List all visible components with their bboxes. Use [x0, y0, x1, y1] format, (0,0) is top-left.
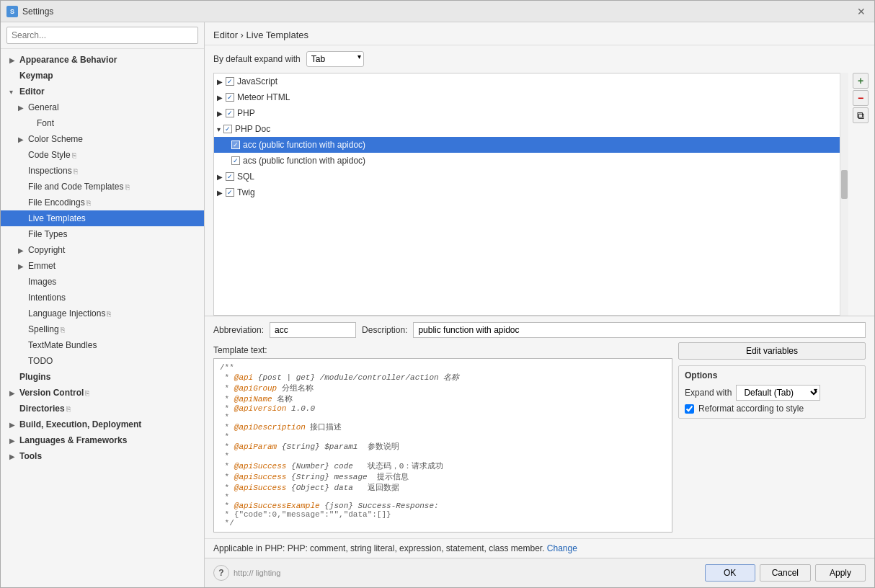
footer: ? http:// lighting OK Cancel Apply [205, 558, 874, 587]
abbreviation-input[interactable] [270, 322, 356, 338]
chevron-right-icon: ▶ [217, 94, 223, 102]
sidebar-item-directories[interactable]: Directories ⎘ [1, 401, 204, 416]
change-link[interactable]: Change [547, 543, 577, 553]
group-checkbox-php[interactable] [226, 109, 234, 117]
edit-variables-button[interactable]: Edit variables [678, 342, 866, 360]
item-checkbox-acc[interactable] [231, 141, 240, 149]
sidebar-item-spelling[interactable]: Spelling ⎘ [1, 321, 204, 337]
sidebar-item-editor[interactable]: ▾ Editor [1, 84, 204, 99]
chevron-right-icon: ▶ [217, 189, 223, 197]
chevron-right-icon: ▶ [18, 104, 28, 112]
sidebar-item-inspections[interactable]: Inspections ⎘ [1, 163, 204, 179]
badge-icon: ⎘ [66, 405, 71, 413]
sidebar-item-code-style[interactable]: Code Style ⎘ [1, 147, 204, 163]
sidebar-item-file-types[interactable]: File Types [1, 226, 204, 242]
scrollbar[interactable] [840, 73, 848, 316]
group-checkbox-sql[interactable] [226, 172, 234, 181]
sidebar-item-font[interactable]: Font [1, 115, 204, 131]
chevron-right-icon: ▶ [9, 56, 19, 64]
expand-select[interactable]: Tab Enter Space [306, 51, 364, 67]
template-item-acc[interactable]: acc (public function with apidoc) [214, 137, 846, 153]
sidebar-item-todo[interactable]: TODO [1, 353, 204, 369]
template-group-phpdoc[interactable]: ▾ PHP Doc [214, 121, 846, 137]
chevron-right-icon: ▶ [9, 421, 19, 429]
expand-with-select-wrapper: Default (Tab) Tab Enter Space [736, 385, 820, 401]
template-group-twig[interactable]: ▶ Twig [214, 184, 846, 200]
expand-with-select[interactable]: Default (Tab) Tab Enter Space [736, 385, 820, 401]
chevron-right-icon: ▶ [217, 110, 223, 117]
group-checkbox-twig[interactable] [226, 188, 234, 197]
badge-icon: ⎘ [85, 389, 89, 397]
remove-template-button[interactable]: − [853, 90, 869, 106]
settings-window: S Settings ✕ ▶ Appearance & Behavior Key… [0, 0, 875, 588]
chevron-right-icon: ▶ [18, 246, 28, 254]
side-buttons: + − ⧉ [850, 73, 874, 316]
sidebar: ▶ Appearance & Behavior Keymap ▾ Editor … [1, 22, 205, 587]
template-group-js[interactable]: ▶ JavaScript [214, 74, 846, 89]
expand-with-label: Expand with [685, 388, 732, 398]
item-checkbox-acs[interactable] [231, 156, 240, 165]
chevron-right-icon: ▶ [217, 78, 223, 86]
chevron-down-icon: ▾ [9, 88, 19, 96]
sidebar-item-languages[interactable]: ▶ Languages & Frameworks [1, 432, 204, 448]
ok-button[interactable]: OK [705, 564, 755, 582]
badge-icon: ⎘ [72, 151, 76, 159]
applicable-row: Applicable in PHP: PHP: comment, string … [205, 538, 874, 558]
group-checkbox-js[interactable] [226, 77, 234, 86]
close-button[interactable]: ✕ [854, 6, 869, 17]
chevron-right-icon: ▶ [9, 437, 19, 445]
template-editor[interactable]: /** * @api {post | get} /module/controll… [213, 358, 672, 533]
sidebar-item-language-injections[interactable]: Language Injections ⎘ [1, 306, 204, 321]
badge-icon: ⎘ [107, 310, 111, 318]
sidebar-item-file-encodings[interactable]: File Encodings ⎘ [1, 195, 204, 210]
sidebar-item-plugins[interactable]: Plugins [1, 369, 204, 385]
panel-header: Editor › Live Templates [205, 22, 874, 45]
add-template-button[interactable]: + [853, 73, 869, 89]
app-icon: S [6, 6, 18, 17]
sidebar-item-appearance[interactable]: ▶ Appearance & Behavior [1, 52, 204, 68]
sidebar-item-copyright[interactable]: ▶ Copyright [1, 242, 204, 258]
group-checkbox-meteor[interactable] [226, 93, 234, 102]
sidebar-item-tools[interactable]: ▶ Tools [1, 448, 204, 464]
search-input[interactable] [6, 27, 198, 44]
template-item-acs[interactable]: acs (public function with apidoc) [214, 153, 846, 169]
scroll-thumb [841, 170, 848, 199]
template-group-php[interactable]: ▶ PHP [214, 105, 846, 121]
copy-template-button[interactable]: ⧉ [853, 107, 869, 123]
template-text-label: Template text: [213, 345, 672, 355]
sidebar-item-color-scheme[interactable]: ▶ Color Scheme [1, 131, 204, 147]
sidebar-item-live-templates[interactable]: Live Templates [1, 210, 204, 226]
breadcrumb: Editor › Live Templates [213, 30, 308, 40]
sidebar-item-build[interactable]: ▶ Build, Execution, Deployment [1, 416, 204, 432]
sidebar-item-emmet[interactable]: ▶ Emmet [1, 258, 204, 274]
reformat-checkbox[interactable] [685, 404, 694, 414]
apply-button[interactable]: Apply [815, 564, 866, 582]
tree-area: ▶ Appearance & Behavior Keymap ▾ Editor … [1, 49, 204, 587]
chevron-right-icon: ▶ [217, 173, 223, 181]
search-box [1, 22, 204, 49]
template-group-sql[interactable]: ▶ SQL [214, 169, 846, 184]
sidebar-item-intentions[interactable]: Intentions [1, 290, 204, 306]
title-bar: S Settings ✕ [1, 1, 874, 22]
expand-select-wrapper: Tab Enter Space [306, 51, 364, 67]
group-checkbox-phpdoc[interactable] [223, 125, 232, 133]
template-text-row: Template text: /** * @api {post | get} /… [213, 342, 866, 533]
sidebar-item-images[interactable]: Images [1, 274, 204, 290]
sidebar-item-file-code-templates[interactable]: File and Code Templates ⎘ [1, 179, 204, 195]
template-group-meteor[interactable]: ▶ Meteor HTML [214, 89, 846, 105]
templates-container: ▶ JavaScript ▶ Meteor HTML ▶ PHP [205, 73, 874, 316]
sidebar-item-general[interactable]: ▶ General [1, 99, 204, 115]
main-panel: Editor › Live Templates By default expan… [205, 22, 874, 587]
sidebar-item-textmate[interactable]: TextMate Bundles [1, 337, 204, 353]
footer-url: http:// lighting [234, 569, 701, 577]
cancel-button[interactable]: Cancel [760, 564, 811, 582]
abbreviation-label: Abbreviation: [213, 325, 264, 335]
chevron-right-icon: ▶ [18, 135, 28, 143]
expand-label: By default expand with [213, 54, 301, 64]
sidebar-item-version-control[interactable]: ▶ Version Control ⎘ [1, 385, 204, 401]
sidebar-item-keymap[interactable]: Keymap [1, 68, 204, 84]
reformat-row: Reformat according to style [685, 404, 859, 414]
options-title: Options [685, 370, 859, 380]
description-input[interactable] [413, 322, 866, 338]
help-button[interactable]: ? [213, 565, 229, 581]
